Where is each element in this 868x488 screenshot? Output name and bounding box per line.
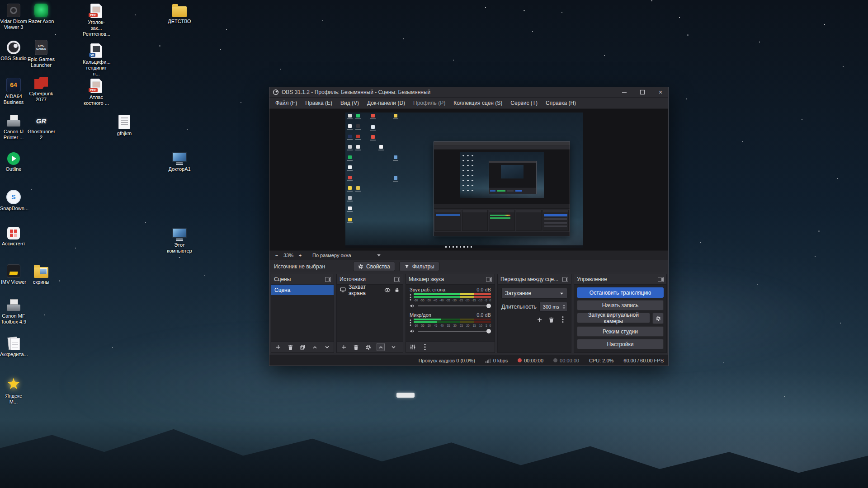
obs-window: OBS 31.1.2 - Профиль: Безымянный - Сцены… (269, 87, 669, 366)
settings-button[interactable]: Настройки (577, 339, 664, 349)
menu-item-docks[interactable]: Док-панели (D) (363, 99, 409, 107)
desktop-icon-monitor[interactable]: Этот компьютер - (166, 227, 193, 260)
desktop-icon-monitor[interactable]: ДокторА1 (166, 151, 193, 172)
desktop-icon-label: IMV Viewer (0, 279, 27, 285)
sources-dock-title: Источники (340, 276, 366, 282)
fps-status: 60.00 / 60.00 FPS (623, 358, 664, 363)
desktop-icon-outline[interactable]: Outline (0, 152, 27, 172)
desktop-icon-pdf[interactable]: PDFУголок-зак... Рентгенов... (83, 4, 110, 37)
virtual-camera-settings-button[interactable] (652, 313, 664, 324)
source-up-button[interactable] (377, 343, 385, 351)
close-button[interactable]: × (653, 87, 668, 97)
transition-select[interactable]: Затухание (501, 288, 567, 299)
assistant-icon (7, 227, 20, 239)
speaker-icon[interactable] (410, 328, 415, 334)
desktop-icon-printer[interactable]: Canon MF Toolbox 4.9 (0, 299, 27, 325)
zoom-in-button[interactable]: + (297, 253, 303, 258)
scene-down-button[interactable] (323, 343, 330, 351)
properties-button[interactable]: Свойства (353, 262, 395, 271)
record-dot-icon (553, 358, 557, 362)
mixer-menu-icon[interactable] (421, 343, 429, 351)
lock-icon[interactable] (394, 287, 400, 293)
desktop-icon-imv[interactable]: IMV Viewer (0, 264, 27, 285)
volume-slider[interactable] (418, 304, 491, 308)
channel-menu-icon[interactable] (410, 319, 411, 327)
channel-menu-icon[interactable] (410, 293, 411, 302)
remove-transition-button[interactable] (547, 316, 555, 323)
desktop-icon-yandex[interactable]: Яндекс М... (0, 376, 27, 405)
scene-up-button[interactable] (311, 343, 318, 351)
desktop-icon-ghostrunner[interactable]: GRGhostrunner 2 (28, 114, 55, 141)
channel-db: 0.0 dB (476, 312, 491, 318)
dock-popout-icon[interactable] (658, 277, 664, 282)
desktop-icon-skriny[interactable]: скрины (28, 263, 55, 285)
dock-popout-icon[interactable] (394, 277, 400, 282)
preview-area[interactable] (269, 109, 668, 250)
dropped-frames: Пропуск кадров 0 (0.0%) (419, 358, 475, 363)
transition-menu-icon[interactable] (559, 316, 566, 323)
stop-streaming-button[interactable]: Остановить трансляцию (577, 287, 664, 298)
desktop-icon-label: Яндекс М... (0, 393, 27, 405)
add-scene-button[interactable] (274, 343, 282, 351)
desktop-icon-textdoc[interactable]: gfhjkm (111, 115, 138, 136)
obs-titlebar[interactable]: OBS 31.1.2 - Профиль: Безымянный - Сцены… (269, 87, 668, 98)
add-source-button[interactable] (340, 343, 347, 351)
desktop-icon-snap[interactable]: SSnapDown... (0, 190, 27, 211)
remove-scene-button[interactable] (287, 343, 294, 351)
virtual-camera-button[interactable]: Запуск виртуальной камеры (577, 313, 650, 323)
scene-item[interactable]: Сцена (271, 285, 334, 295)
desktop-icon-label: Этот компьютер - (166, 242, 193, 260)
maximize-button[interactable] (635, 87, 650, 97)
add-transition-button[interactable] (536, 316, 543, 323)
desktop-icon-printer[interactable]: Canon IJ Printer ... (0, 115, 27, 141)
desktop-icon-epic[interactable]: EPIC GAMESEpic Games Launcher (28, 40, 55, 68)
desktop-icon-aida[interactable]: 64AIDA64 Business (0, 78, 27, 105)
remove-source-button[interactable] (352, 343, 359, 351)
desktop-icon-word[interactable]: WКальцифи... тендинит п... (83, 43, 110, 77)
desktop-icon-label: Аккредита... (0, 352, 27, 357)
desktop-icon-vidar[interactable]: Vidar Dicom Viewer 3 (0, 4, 27, 30)
menu-item-help[interactable]: Справка (H) (542, 99, 580, 107)
spin-arrows-icon[interactable] (562, 305, 567, 309)
source-down-button[interactable] (390, 343, 397, 351)
menu-item-scene-collection[interactable]: Коллекция сцен (S) (450, 99, 506, 107)
visibility-eye-icon[interactable] (384, 287, 391, 293)
filters-button[interactable]: Фильтры (399, 262, 439, 271)
menu-item-profile[interactable]: Профиль (P) (410, 99, 449, 107)
menu-item-edit[interactable]: Правка (E) (302, 99, 336, 107)
audio-meter (414, 296, 491, 298)
desktop-icon-assistant[interactable]: Ассистент (0, 227, 27, 247)
start-recording-button[interactable]: Начать запись (577, 300, 664, 310)
minimize-button[interactable] (617, 87, 632, 97)
audio-meter (414, 293, 491, 295)
volume-slider[interactable] (418, 329, 491, 333)
desktop-icon-pdf[interactable]: PDFАтлас костного ... (83, 79, 110, 106)
source-properties-button[interactable] (364, 343, 372, 351)
dock-popout-icon[interactable] (486, 277, 492, 282)
window-title: OBS 31.1.2 - Профиль: Безымянный - Сцены… (282, 89, 430, 95)
desktop-icon-papers[interactable]: Аккредита... (0, 337, 27, 357)
menu-item-view[interactable]: Вид (V) (337, 99, 363, 107)
desktop-icon-folder[interactable]: ДЕТСТВО (166, 3, 193, 24)
pdf-icon: PDF (90, 79, 102, 93)
zoom-out-button[interactable]: − (274, 253, 280, 258)
menu-item-file[interactable]: Файл (F) (272, 99, 301, 107)
zoom-fit-caret-icon[interactable] (377, 253, 381, 257)
taskbar-peek[interactable] (396, 393, 415, 398)
desktop-icon-razer[interactable]: Razer Axon (28, 4, 55, 24)
mixer-faders-icon[interactable] (409, 343, 416, 351)
menu-item-tools[interactable]: Сервис (T) (507, 99, 541, 107)
duplicate-scene-button[interactable] (299, 343, 306, 351)
monitor-icon (172, 151, 187, 165)
desktop-icon-label: Epic Games Launcher (28, 56, 55, 68)
textdoc-icon (118, 115, 130, 129)
zoom-fit-label[interactable]: По размеру окна (312, 253, 351, 258)
source-item[interactable]: Захват экрана (337, 285, 403, 295)
duration-spinbox[interactable]: 300 ms (539, 302, 567, 312)
dock-popout-icon[interactable] (325, 277, 331, 282)
dock-popout-icon[interactable] (562, 277, 568, 282)
desktop-icon-obs[interactable]: OBS Studio (0, 41, 27, 61)
studio-mode-button[interactable]: Режим студии (577, 326, 664, 337)
speaker-icon[interactable] (410, 303, 415, 309)
desktop-icon-cyberpunk[interactable]: Cyberpunk 2077 (28, 77, 55, 103)
